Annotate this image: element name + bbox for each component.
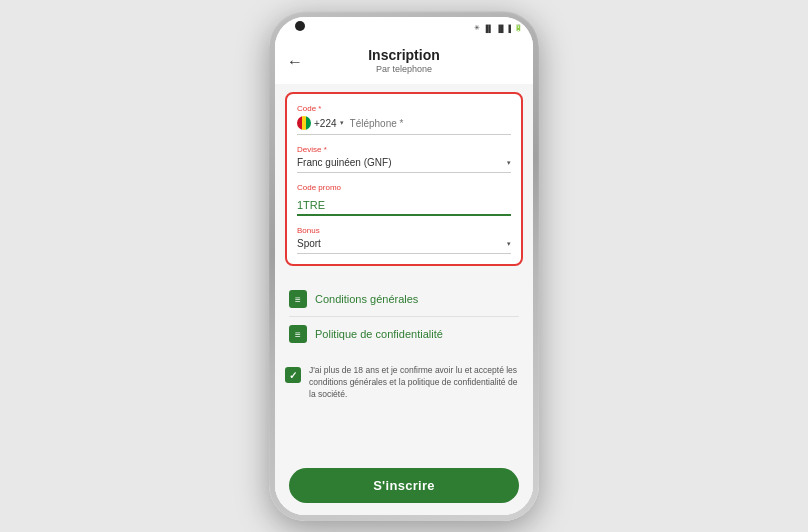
- bonus-label: Bonus: [297, 226, 511, 235]
- country-code: +224: [314, 118, 337, 129]
- header: ← Inscription Par telephone: [275, 39, 533, 84]
- country-selector[interactable]: +224 ▾: [297, 116, 344, 130]
- phone-row: +224 ▾: [297, 116, 511, 135]
- consent-checkbox[interactable]: ✓: [285, 367, 301, 383]
- conditions-label: Conditions générales: [315, 293, 418, 305]
- country-chevron-icon: ▾: [340, 119, 344, 127]
- conditions-icon: ≡: [289, 290, 307, 308]
- bonus-chevron-icon: ▾: [507, 240, 511, 248]
- code-promo-input[interactable]: [297, 199, 511, 216]
- devise-select[interactable]: Franc guinéen (GNF) ▾: [297, 157, 511, 168]
- consent-text: J'ai plus de 18 ans et je confirme avoir…: [309, 365, 523, 401]
- devise-group: Devise * Franc guinéen (GNF) ▾: [297, 145, 511, 173]
- code-promo-group: Code promo: [297, 183, 511, 216]
- politique-icon: ≡: [289, 325, 307, 343]
- devise-value: Franc guinéen (GNF): [297, 157, 391, 168]
- back-button[interactable]: ←: [287, 53, 303, 71]
- bonus-select[interactable]: Sport ▾: [297, 238, 511, 249]
- phone-device: ✳ ▐▌ ▐▌▐ 🔋 ← Inscription Par telephone C…: [269, 11, 539, 521]
- politique-label: Politique de confidentialité: [315, 328, 443, 340]
- telephone-input[interactable]: [350, 118, 511, 129]
- bonus-input-row: Sport ▾: [297, 238, 511, 254]
- devise-input-row: Franc guinéen (GNF) ▾: [297, 157, 511, 173]
- status-icons: ✳ ▐▌ ▐▌▐ 🔋: [474, 24, 523, 32]
- bonus-value: Sport: [297, 238, 321, 249]
- spacer: [275, 411, 533, 460]
- status-bar: ✳ ▐▌ ▐▌▐ 🔋: [275, 17, 533, 39]
- checkmark-icon: ✓: [289, 370, 297, 381]
- register-button[interactable]: S'inscrire: [289, 468, 519, 503]
- consent-section: ✓ J'ai plus de 18 ans et je confirme avo…: [275, 359, 533, 411]
- code-telephone-group: Code * +224 ▾: [297, 104, 511, 135]
- devise-label: Devise *: [297, 145, 511, 154]
- politique-link[interactable]: ≡ Politique de confidentialité: [285, 317, 523, 351]
- screen-content: ← Inscription Par telephone Code *: [275, 39, 533, 515]
- camera-hole: [295, 21, 305, 31]
- flag-guinea: [297, 116, 311, 130]
- bottom-section: S'inscrire: [275, 460, 533, 515]
- page-title: Inscription: [289, 47, 519, 63]
- phone-screen: ✳ ▐▌ ▐▌▐ 🔋 ← Inscription Par telephone C…: [275, 17, 533, 515]
- form-section: Code * +224 ▾: [285, 92, 523, 266]
- bonus-group: Bonus Sport ▾: [297, 226, 511, 254]
- code-promo-label: Code promo: [297, 183, 511, 192]
- code-label: Code *: [297, 104, 511, 113]
- devise-chevron-icon: ▾: [507, 159, 511, 167]
- conditions-link[interactable]: ≡ Conditions générales: [285, 282, 523, 316]
- page-subtitle: Par telephone: [289, 64, 519, 74]
- links-section: ≡ Conditions générales ≡ Politique de co…: [275, 274, 533, 359]
